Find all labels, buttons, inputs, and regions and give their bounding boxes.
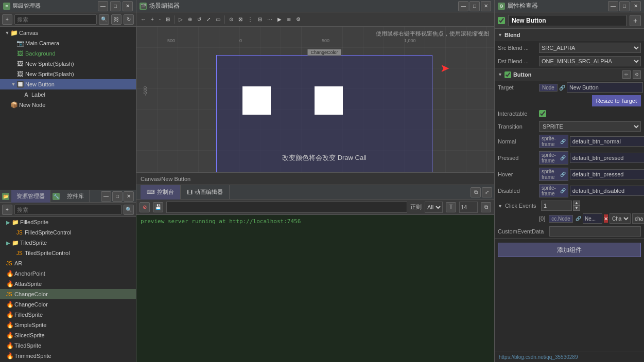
scene-tool-anchor[interactable]: ⊙ xyxy=(227,15,235,23)
inspector-close[interactable]: ✕ xyxy=(631,1,641,11)
hierarchy-add-btn[interactable]: + xyxy=(2,14,12,25)
asset-tiled-sprite-folder[interactable]: ▶ 📁 TiledSprite xyxy=(0,238,136,248)
pressed-sf-input[interactable] xyxy=(570,153,644,163)
console-save-btn[interactable]: 💾 xyxy=(153,202,163,212)
asset-trimmed-sprite[interactable]: 🔥 TrimmedSprite xyxy=(0,351,136,361)
tree-item-background[interactable]: 🖼 Background xyxy=(0,48,136,59)
assets-tab-main[interactable]: 资源管理器 xyxy=(11,190,50,203)
scene-tool-fit[interactable]: ⊞ xyxy=(164,15,172,23)
asset-ar[interactable]: JS AR xyxy=(0,258,136,268)
scene-canvas[interactable]: 使用鼠标右键平移视窗焦点，使用滚轮缩视图 500 0 500 1,000 -50… xyxy=(136,27,494,172)
custom-data-input[interactable] xyxy=(549,226,641,237)
tree-item-new-node[interactable]: 📦 New Node xyxy=(0,100,136,110)
assets-minimize[interactable]: — xyxy=(101,191,111,202)
transition-select[interactable]: SPRITE xyxy=(539,121,641,132)
assets-tab-controls[interactable]: 控件库 xyxy=(62,190,90,203)
event-method-select1[interactable]: Cha xyxy=(610,213,631,224)
tree-item-main-camera[interactable]: 📷 Main Camera xyxy=(0,38,136,48)
target-input[interactable] xyxy=(567,82,643,93)
scene-tool-move2[interactable]: ⊕ xyxy=(186,15,194,23)
console-text-icon[interactable]: T xyxy=(446,202,456,212)
tree-item-sprite-splash2[interactable]: 🖼 New Sprite(Splash) xyxy=(0,69,136,79)
controls-icon: 🔧 xyxy=(53,193,60,200)
button-settings-icon[interactable]: ⚙ xyxy=(633,70,641,79)
interactable-checkbox[interactable] xyxy=(539,110,546,117)
scene-tool-zoom-out[interactable]: - xyxy=(157,15,163,23)
disabled-sf-input[interactable] xyxy=(570,186,644,196)
scene-minimize[interactable]: — xyxy=(458,1,468,11)
tree-item-new-button[interactable]: ▼ 🔲 New Button xyxy=(0,79,136,89)
event-node-input[interactable] xyxy=(583,213,602,224)
scene-tool-play[interactable]: ▶ xyxy=(275,15,284,23)
scene-tool-move[interactable]: ↔ xyxy=(138,15,148,23)
count-down-btn[interactable]: ▼ xyxy=(573,206,580,211)
scene-close[interactable]: ✕ xyxy=(481,1,491,11)
scene-tool-snap[interactable]: ⊟ xyxy=(256,15,264,23)
event-method-select2[interactable]: cha xyxy=(632,213,644,224)
scene-tool-more[interactable]: ⋯ xyxy=(265,15,274,23)
asset-filled-sprite-control[interactable]: JS FilledSpriteControl xyxy=(0,227,136,238)
event-delete-btn[interactable]: ✕ xyxy=(604,214,608,223)
asset-sliced-sprite[interactable]: 🔥 SlicedSprite xyxy=(0,330,136,340)
asset-tiled-sprite2[interactable]: 🔥 TiledSprite xyxy=(0,340,136,351)
console-filter-select[interactable]: All xyxy=(425,202,443,213)
asset-anchor-point[interactable]: 🔥 AnchorPoint xyxy=(0,268,136,279)
console-fontsize[interactable] xyxy=(459,202,478,213)
console-tab-anim[interactable]: 🎞 动画编辑器 xyxy=(181,185,230,200)
hierarchy-close[interactable]: ✕ xyxy=(123,1,133,11)
asset-atlas-sprite[interactable]: 🔥 AtlasSprite xyxy=(0,279,136,289)
scene-tool-anim[interactable]: ≋ xyxy=(285,15,293,23)
hover-sf-input[interactable] xyxy=(570,169,644,179)
inspector-minimize[interactable]: — xyxy=(608,1,618,11)
node-name-input[interactable] xyxy=(508,15,626,26)
assets-maximize[interactable]: □ xyxy=(112,191,123,202)
assets-search-icon[interactable]: 🔍 xyxy=(124,205,134,215)
assets-add-btn[interactable]: + xyxy=(2,205,12,215)
scene-tool-scale[interactable]: ⤢ xyxy=(204,15,213,23)
scene-tool-rect[interactable]: ▭ xyxy=(214,15,222,23)
scene-tool-grid[interactable]: ⋮ xyxy=(246,15,255,23)
tree-item-label[interactable]: A Label xyxy=(0,89,136,100)
scene-tool-pivot[interactable]: ⊠ xyxy=(236,15,245,23)
console-dock-btn[interactable]: ⧉ xyxy=(481,202,491,212)
asset-filled-sprite-folder[interactable]: ▶ 📁 FilledSprite xyxy=(0,217,136,227)
normal-sf-input[interactable] xyxy=(570,136,644,147)
console-search[interactable] xyxy=(166,202,407,213)
scene-tool-settings[interactable]: ⚙ xyxy=(294,15,303,23)
hierarchy-maximize[interactable]: □ xyxy=(110,1,120,11)
asset-tiled-sprite-control[interactable]: JS TiledSpriteControl xyxy=(0,248,136,258)
hierarchy-minimize[interactable]: — xyxy=(98,1,108,11)
console-expand-btn[interactable]: ⤢ xyxy=(482,187,492,197)
node-active-checkbox[interactable] xyxy=(498,17,505,24)
assets-close[interactable]: ✕ xyxy=(124,191,134,202)
asset-filled-sprite2[interactable]: 🔥 FilledSprite xyxy=(0,310,136,320)
asset-change-color-js[interactable]: JS ChangeColor xyxy=(0,289,136,299)
tree-item-canvas[interactable]: ▼ 📁 Canvas xyxy=(0,28,136,38)
hierarchy-search-btn[interactable]: 🔍 xyxy=(99,14,109,25)
count-up-btn[interactable]: ▲ xyxy=(573,201,580,206)
console-copy-btn[interactable]: ⧉ xyxy=(471,187,481,197)
scene-tool-select[interactable]: ▷ xyxy=(177,15,185,23)
hierarchy-search[interactable] xyxy=(14,14,97,25)
blend-section-header[interactable]: ▼ Blend xyxy=(495,29,644,41)
asset-simple-sprite[interactable]: 🔥 SimpleSprite xyxy=(0,320,136,330)
console-tab-main[interactable]: ⌨ 控制台 xyxy=(141,185,181,200)
inspector-maximize[interactable]: □ xyxy=(619,1,630,11)
button-enabled-checkbox[interactable] xyxy=(504,71,511,78)
button-section-header[interactable]: ▼ Button ✏ ⚙ xyxy=(495,68,644,81)
add-component-btn[interactable]: 添加组件 xyxy=(498,243,641,257)
tree-item-sprite-splash1[interactable]: 🖼 New Sprite(Splash) xyxy=(0,59,136,69)
dst-blend-select[interactable]: ONE_MINUS_SRC_ALPHA xyxy=(539,56,641,66)
scene-maximize[interactable]: □ xyxy=(469,1,480,11)
scene-tool-rotate[interactable]: ↺ xyxy=(195,15,203,23)
console-clear-btn[interactable]: ⊘ xyxy=(140,202,150,212)
hierarchy-link-btn[interactable]: ⛓ xyxy=(111,14,121,25)
hierarchy-refresh-btn[interactable]: ↻ xyxy=(124,14,134,25)
src-blend-select[interactable]: SRC_ALPHA xyxy=(539,43,641,53)
resize-to-target-btn[interactable]: Resize to Target xyxy=(592,95,641,106)
scene-tool-zoom-in[interactable]: + xyxy=(149,15,156,23)
asset-change-color-icon[interactable]: 🔥 ChangeColor xyxy=(0,299,136,310)
button-edit-icon[interactable]: ✏ xyxy=(622,70,631,79)
assets-search[interactable] xyxy=(14,205,121,215)
inspector-add-btn[interactable]: + xyxy=(630,15,641,26)
